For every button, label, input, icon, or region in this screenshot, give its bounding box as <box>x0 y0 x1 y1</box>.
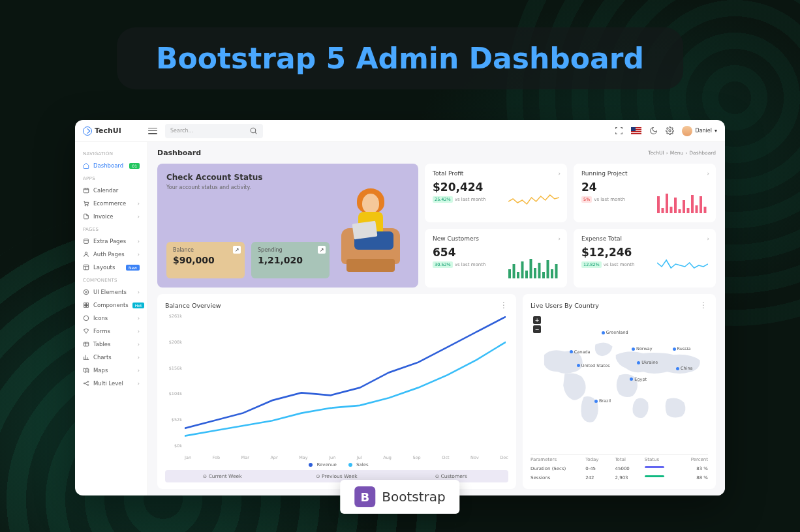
country-marker[interactable]: Russia <box>673 346 691 351</box>
sidebar-item-ui-elements[interactable]: UI Elements› <box>75 286 147 299</box>
svg-point-14 <box>84 316 89 321</box>
account-status-card: Check Account Status Your account status… <box>157 164 418 288</box>
sidebar-section: APPS <box>75 172 147 184</box>
svg-point-3 <box>85 205 85 206</box>
world-map[interactable]: + − GreenlandCanadaNorwayRussiaUnited St… <box>531 314 708 451</box>
kpi-card-running-project[interactable]: Running Project 24 5%vs last month › <box>574 164 716 222</box>
svg-rect-11 <box>86 303 88 305</box>
pages-icon <box>83 238 89 244</box>
country-marker[interactable]: Brazil <box>594 398 611 404</box>
chevron-down-icon: ▾ <box>715 128 717 134</box>
zoom-out-button[interactable]: − <box>533 325 541 333</box>
form-icon <box>83 328 89 334</box>
svg-point-9 <box>85 291 87 293</box>
chart-legend: RevenueSales <box>165 460 508 467</box>
svg-rect-24 <box>530 259 532 278</box>
table-row: Sessions2422,90388 % <box>531 473 708 482</box>
sidebar: NAVIGATIONDashboard01APPSCalendarEcommer… <box>75 142 148 495</box>
sidebar-item-tables[interactable]: Tables› <box>75 338 147 351</box>
sidebar-item-icons[interactable]: Icons› <box>75 312 147 325</box>
svg-rect-37 <box>683 200 685 213</box>
overview-title: Balance Overview <box>165 302 221 309</box>
sidebar-item-label: Multi Level <box>93 380 123 387</box>
sidebar-item-layouts[interactable]: LayoutsNew <box>75 261 147 274</box>
user-menu[interactable]: Daniel ▾ <box>682 126 717 136</box>
tab-current-week[interactable]: ⊙ Current Week <box>165 470 279 482</box>
sidebar-section: NAVIGATION <box>75 147 147 159</box>
balance-label: Balance <box>173 247 238 253</box>
country-marker[interactable]: Ukraine <box>637 360 658 365</box>
badge: 01 <box>129 163 140 169</box>
svg-rect-41 <box>700 196 702 213</box>
sidebar-item-maps[interactable]: Maps› <box>75 364 147 377</box>
kpi-title: New Customers <box>433 235 559 242</box>
promo-title: Bootstrap 5 Admin Dashboard <box>117 27 683 89</box>
fullscreen-icon[interactable] <box>615 126 623 135</box>
bootstrap-label: Bootstrap <box>382 489 445 505</box>
country-marker[interactable]: Egypt <box>630 377 647 382</box>
balance-card[interactable]: Balance $90,000 ↗ <box>166 242 245 278</box>
app-logo[interactable]: TechUI <box>83 126 148 136</box>
svg-rect-5 <box>84 239 89 244</box>
svg-rect-25 <box>534 268 536 278</box>
svg-rect-13 <box>86 305 88 307</box>
sidebar-item-ecommerce[interactable]: Ecommerce› <box>75 197 147 210</box>
kpi-card-total-profit[interactable]: Total Profit $20,424 25.42%vs last month… <box>425 164 567 222</box>
toolbar: TechUI Search... Daniel ▾ <box>75 120 725 142</box>
sidebar-item-calendar[interactable]: Calendar <box>75 184 147 197</box>
sidebar-item-label: Extra Pages <box>93 238 126 244</box>
sidebar-item-label: Layouts <box>93 264 115 271</box>
sidebar-item-auth-pages[interactable]: Auth Pages› <box>75 248 147 261</box>
country-marker[interactable]: Norway <box>632 346 653 351</box>
main-content: Dashboard TechUI›Menu›Dashboard Check Ac… <box>148 142 725 495</box>
sidebar-item-invoice[interactable]: Invoice› <box>75 210 147 223</box>
sparkline <box>657 187 708 213</box>
country-marker[interactable]: Canada <box>570 349 591 355</box>
chevron-right-icon: › <box>558 170 561 177</box>
svg-rect-22 <box>521 261 524 278</box>
country-marker[interactable]: Greenland <box>602 330 628 335</box>
language-flag[interactable] <box>631 127 641 134</box>
map-stats-table: ParametersTodayTotalStatusPercentDuratio… <box>531 454 708 482</box>
app-frame: TechUI Search... Daniel ▾ NAVIGATIONDash… <box>75 120 725 495</box>
sidebar-item-label: Dashboard <box>93 162 123 169</box>
calendar-icon <box>83 187 89 194</box>
circle-icon <box>83 315 89 321</box>
settings-icon[interactable] <box>666 126 674 135</box>
more-icon[interactable]: ⋮ <box>700 301 708 310</box>
sidebar-item-label: Tables <box>93 341 110 347</box>
sidebar-item-forms[interactable]: Forms› <box>75 325 147 338</box>
zoom-in-button[interactable]: + <box>533 316 541 324</box>
svg-rect-26 <box>538 263 541 278</box>
search-input[interactable]: Search... <box>165 124 263 138</box>
sidebar-item-label: Icons <box>93 315 108 321</box>
chevron-right-icon: › <box>138 355 140 361</box>
svg-point-17 <box>87 381 89 383</box>
spending-card[interactable]: Spending 1,21,020 ↗ <box>251 242 330 278</box>
sidebar-section: COMPONENTS <box>75 274 147 286</box>
svg-rect-32 <box>662 208 664 213</box>
svg-rect-34 <box>670 207 673 213</box>
sidebar-item-dashboard[interactable]: Dashboard01 <box>75 159 147 172</box>
svg-rect-27 <box>542 272 545 278</box>
country-marker[interactable]: United States <box>577 363 610 368</box>
table-header: Parameters <box>531 457 585 462</box>
country-marker[interactable]: China <box>676 366 693 371</box>
kpi-card-expense-total[interactable]: Expense Total $12,246 12.82%vs last mont… <box>574 229 716 288</box>
file-icon <box>83 213 89 220</box>
svg-point-4 <box>87 205 88 206</box>
svg-rect-39 <box>691 195 694 213</box>
more-icon[interactable]: ⋮ <box>500 301 508 310</box>
sidebar-item-components[interactable]: ComponentsHot <box>75 299 147 312</box>
svg-rect-12 <box>84 305 86 307</box>
svg-rect-23 <box>525 271 528 278</box>
sidebar-item-extra-pages[interactable]: Extra Pages› <box>75 235 147 248</box>
theme-toggle-icon[interactable] <box>649 126 658 135</box>
svg-rect-7 <box>84 265 89 270</box>
arrow-icon: ↗ <box>233 246 241 254</box>
sidebar-item-charts[interactable]: Charts› <box>75 351 147 364</box>
svg-point-18 <box>87 385 89 386</box>
kpi-card-new-customers[interactable]: New Customers 654 30.52%vs last month › <box>425 229 567 288</box>
sidebar-item-multi-level[interactable]: Multi Level› <box>75 377 147 390</box>
menu-toggle[interactable] <box>148 128 157 134</box>
